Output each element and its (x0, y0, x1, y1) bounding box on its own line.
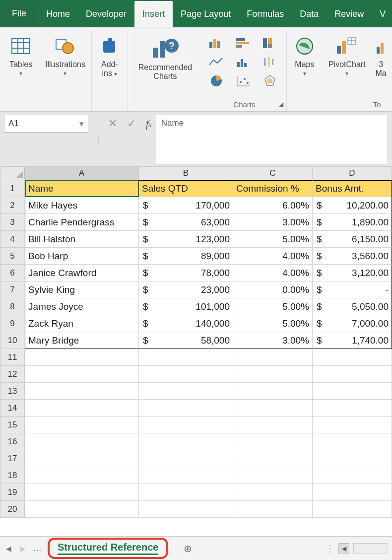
cell-empty[interactable] (25, 433, 139, 450)
cell-bonus[interactable]: $1,890.00 (313, 214, 392, 231)
cell-sales[interactable]: $23,000 (139, 281, 233, 298)
cell-bonus[interactable]: $7,000.00 (313, 315, 392, 332)
row-header[interactable]: 17 (0, 450, 25, 467)
new-sheet-button[interactable]: ⊕ (180, 541, 195, 556)
cell-empty[interactable] (139, 366, 233, 383)
radar-chart-button[interactable] (259, 73, 281, 89)
cell-empty[interactable] (233, 501, 313, 518)
cell-sales[interactable]: $89,000 (139, 248, 233, 265)
cell-empty[interactable] (233, 433, 313, 450)
row-header[interactable]: 13 (0, 383, 25, 400)
fx-icon[interactable]: fx (146, 118, 152, 130)
cell-empty[interactable] (25, 501, 139, 518)
cell-commission[interactable]: 3.00% (233, 332, 313, 349)
cell-C1[interactable]: Commission % (233, 180, 313, 197)
cell-empty[interactable] (139, 400, 233, 417)
illustrations-button[interactable]: Illustrations ▾ (42, 33, 88, 79)
cell-empty[interactable] (233, 417, 313, 433)
cell-empty[interactable] (139, 349, 233, 366)
cell-name[interactable]: Sylvie King (25, 281, 139, 298)
cell-empty[interactable] (139, 417, 233, 433)
separator-grip[interactable]: ⋮ (92, 115, 104, 163)
tab-page-layout[interactable]: Page Layout (173, 1, 239, 27)
cell-empty[interactable] (313, 349, 392, 366)
cell-empty[interactable] (25, 400, 139, 417)
cell-bonus[interactable]: $3,560.00 (313, 248, 392, 265)
cell-sales[interactable]: $63,000 (139, 214, 233, 231)
cancel-formula-button[interactable]: ✕ (108, 117, 117, 130)
sheet-nav-next[interactable]: ▶ (18, 543, 28, 555)
row-header[interactable]: 19 (0, 484, 25, 501)
cell-empty[interactable] (313, 501, 392, 518)
tables-button[interactable]: Tables ▾ (6, 33, 36, 79)
maps-button[interactable]: Maps ▾ (290, 33, 320, 79)
cell-empty[interactable] (25, 417, 139, 433)
cell-empty[interactable] (233, 383, 313, 400)
scroll-left-button[interactable]: ◀ (338, 543, 349, 554)
sheet-tab-active[interactable]: Structured Reference (58, 542, 158, 555)
bar-chart-button[interactable] (232, 35, 254, 51)
cell-empty[interactable] (313, 467, 392, 484)
cell-empty[interactable] (313, 366, 392, 383)
charts-dialog-launcher[interactable]: ◢ (279, 101, 283, 108)
cell-empty[interactable] (313, 433, 392, 450)
cell-empty[interactable] (233, 400, 313, 417)
stock-chart-button[interactable] (259, 54, 281, 70)
scroll-grip[interactable]: ⋮ (326, 543, 334, 554)
cell-empty[interactable] (313, 484, 392, 501)
cell-bonus[interactable]: $5,050.00 (313, 298, 392, 315)
scroll-track[interactable] (353, 543, 388, 554)
tab-formulas[interactable]: Formulas (239, 1, 292, 27)
row-header[interactable]: 16 (0, 433, 25, 450)
cell-empty[interactable] (233, 484, 313, 501)
sheet-nav-prev[interactable]: ◀ (4, 543, 13, 555)
column-header-C[interactable]: C (233, 166, 313, 180)
tab-data[interactable]: Data (292, 1, 327, 27)
cell-name[interactable]: Mike Hayes (25, 197, 139, 214)
cell-D1[interactable]: Bonus Amt. (313, 180, 392, 197)
cell-sales[interactable]: $123,000 (139, 231, 233, 248)
row-header[interactable]: 15 (0, 417, 25, 433)
cell-empty[interactable] (139, 484, 233, 501)
cell-name[interactable]: Bob Harp (25, 248, 139, 265)
select-all-triangle[interactable] (0, 166, 25, 180)
cell-name[interactable]: Bill Halston (25, 231, 139, 248)
row-header[interactable]: 18 (0, 467, 25, 484)
row-header[interactable]: 9 (0, 315, 25, 332)
cell-commission[interactable]: 0.00% (233, 281, 313, 298)
cell-empty[interactable] (25, 366, 139, 383)
pivotchart-button[interactable]: PivotChart ▾ (326, 33, 369, 79)
cell-sales[interactable]: $58,000 (139, 332, 233, 349)
cell-empty[interactable] (139, 383, 233, 400)
cell-empty[interactable] (25, 484, 139, 501)
sheet-nav-more[interactable]: … (33, 543, 43, 554)
cell-empty[interactable] (233, 366, 313, 383)
cell-name[interactable]: Charlie Pendergrass (25, 214, 139, 231)
hierarchy-chart-button[interactable] (259, 35, 281, 51)
row-header[interactable]: 4 (0, 231, 25, 248)
cell-empty[interactable] (25, 349, 139, 366)
tab-file[interactable]: File (0, 1, 38, 26)
row-header[interactable]: 11 (0, 349, 25, 366)
cell-bonus[interactable]: $3,120.00 (313, 265, 392, 281)
cell-empty[interactable] (25, 383, 139, 400)
enter-formula-button[interactable]: ✓ (127, 117, 136, 130)
cell-sales[interactable]: $140,000 (139, 315, 233, 332)
cell-bonus[interactable]: $10,200.00 (313, 197, 392, 214)
cell-empty[interactable] (25, 467, 139, 484)
recommended-charts-button[interactable]: ? Recommended Charts (135, 33, 196, 83)
row-header[interactable]: 8 (0, 298, 25, 315)
cell-commission[interactable]: 4.00% (233, 265, 313, 281)
cell-empty[interactable] (313, 450, 392, 467)
row-header[interactable]: 20 (0, 501, 25, 518)
row-header[interactable]: 5 (0, 248, 25, 265)
row-header[interactable]: 14 (0, 400, 25, 417)
cell-sales[interactable]: $170,000 (139, 197, 233, 214)
cell-empty[interactable] (139, 467, 233, 484)
cell-empty[interactable] (139, 450, 233, 467)
tab-developer[interactable]: Developer (78, 1, 134, 27)
cell-empty[interactable] (139, 433, 233, 450)
row-header[interactable]: 3 (0, 214, 25, 231)
cell-name[interactable]: Janice Crawford (25, 265, 139, 281)
column-header-A[interactable]: A (25, 166, 139, 180)
